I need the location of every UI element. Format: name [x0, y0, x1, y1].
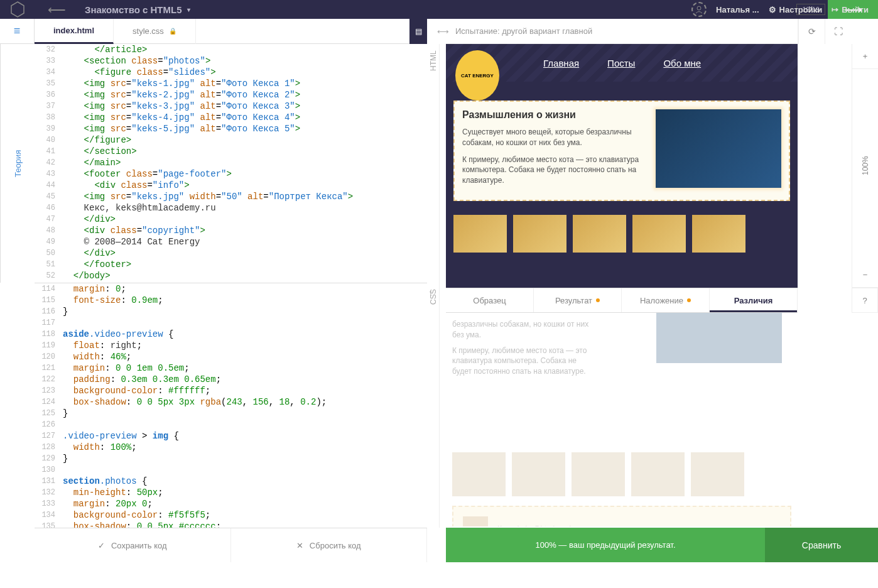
- code-content[interactable]: <div class="info">: [63, 180, 427, 191]
- code-content[interactable]: aside.video-preview {: [63, 329, 427, 340]
- code-content[interactable]: </div>: [63, 214, 427, 225]
- css-editor[interactable]: 114 margin: 0;115 font-size: 0.9em;116}1…: [35, 283, 427, 528]
- code-line[interactable]: 35 <img src="keks-1.jpg" alt="Фото Кекса…: [35, 78, 427, 89]
- code-content[interactable]: margin: 20px 0;: [63, 498, 427, 509]
- code-content[interactable]: padding: 0.3em 0.3em 0.65em;: [63, 374, 427, 385]
- app-logo[interactable]: [0, 0, 35, 19]
- code-content[interactable]: background-color: #ffffff;: [63, 385, 427, 396]
- code-line[interactable]: 122 padding: 0.3em 0.3em 0.65em;: [35, 374, 427, 385]
- code-line[interactable]: 45 <img src="keks.jpg" width="50" alt="П…: [35, 191, 427, 202]
- code-content[interactable]: margin: 0 0 1em 0.5em;: [63, 362, 427, 374]
- pane-splitter[interactable]: ⟷: [440, 19, 446, 44]
- code-line[interactable]: 118aside.video-preview {: [35, 329, 427, 340]
- back-button[interactable]: ⟵: [35, 2, 79, 17]
- code-line[interactable]: 135 box-shadow: 0 0 5px #cccccc;: [35, 521, 427, 528]
- code-line[interactable]: 43 <footer class="page-footer">: [35, 168, 427, 180]
- code-line[interactable]: 32 </article>: [35, 44, 427, 55]
- code-line[interactable]: 33 <section class="photos">: [35, 55, 427, 67]
- code-content[interactable]: <img src="keks-2.jpg" alt="Фото Кекса 2"…: [63, 89, 427, 101]
- code-content[interactable]: Кекс, keks@htmlacademy.ru: [63, 202, 427, 214]
- code-line[interactable]: 130: [35, 464, 427, 476]
- code-content[interactable]: .video-preview > img {: [63, 430, 427, 442]
- tab-index-html[interactable]: index.html: [35, 19, 114, 44]
- help-button[interactable]: ?: [852, 288, 878, 313]
- code-line[interactable]: 36 <img src="keks-2.jpg" alt="Фото Кекса…: [35, 89, 427, 101]
- code-content[interactable]: <img src="keks-5.jpg" alt="Фото Кекса 5"…: [63, 123, 427, 134]
- code-content[interactable]: margin: 0;: [63, 283, 427, 295]
- settings-link[interactable]: ⚙ Настройки: [769, 5, 823, 14]
- code-line[interactable]: 133 margin: 20px 0;: [35, 498, 427, 509]
- tab-result[interactable]: Результат: [534, 288, 622, 312]
- code-line[interactable]: 132 min-height: 50px;: [35, 487, 427, 498]
- expand-preview-button[interactable]: ⛶: [825, 19, 851, 44]
- layout-toggle-button[interactable]: ▤: [409, 19, 427, 44]
- code-content[interactable]: box-shadow: 0 0 5px 3px rgba(243, 156, 1…: [63, 396, 427, 408]
- save-button[interactable]: ✓ Сохранить код: [35, 528, 231, 562]
- code-content[interactable]: float: right;: [63, 340, 427, 351]
- code-content[interactable]: }: [63, 408, 427, 419]
- code-line[interactable]: 42 </main>: [35, 157, 427, 168]
- code-content[interactable]: box-shadow: 0 0 5px #cccccc;: [63, 521, 427, 528]
- code-line[interactable]: 117: [35, 317, 427, 329]
- code-content[interactable]: </section>: [63, 146, 427, 157]
- code-line[interactable]: 127.video-preview > img {: [35, 430, 427, 442]
- course-title[interactable]: Знакомство с HTML5 ▾: [79, 4, 197, 15]
- code-content[interactable]: <img src="keks-1.jpg" alt="Фото Кекса 1"…: [63, 78, 427, 89]
- user-name[interactable]: Наталья ...: [716, 5, 759, 14]
- code-content[interactable]: [63, 317, 427, 329]
- code-line[interactable]: 51 </footer>: [35, 259, 427, 270]
- code-line[interactable]: 119 float: right;: [35, 340, 427, 351]
- code-content[interactable]: </article>: [63, 44, 427, 55]
- code-line[interactable]: 124 box-shadow: 0 0 5px 3px rgba(243, 15…: [35, 396, 427, 408]
- code-line[interactable]: 49 © 2008—2014 Cat Energy: [35, 236, 427, 248]
- code-content[interactable]: [63, 464, 427, 476]
- code-content[interactable]: <section class="photos">: [63, 55, 427, 67]
- code-content[interactable]: width: 46%;: [63, 351, 427, 362]
- code-content[interactable]: <img src="keks-4.jpg" alt="Фото Кекса 4"…: [63, 112, 427, 123]
- code-content[interactable]: </main>: [63, 157, 427, 168]
- tab-style-css[interactable]: style.css 🔒: [114, 19, 196, 44]
- code-content[interactable]: }: [63, 453, 427, 464]
- code-content[interactable]: <footer class="page-footer">: [63, 168, 427, 180]
- code-content[interactable]: font-size: 0.9em;: [63, 295, 427, 306]
- code-line[interactable]: 131section.photos {: [35, 476, 427, 487]
- code-content[interactable]: © 2008—2014 Cat Energy: [63, 236, 427, 248]
- code-content[interactable]: </figure>: [63, 134, 427, 146]
- tab-overlay[interactable]: Наложение: [622, 288, 710, 312]
- code-line[interactable]: 128 width: 100%;: [35, 442, 427, 453]
- reset-button[interactable]: ✕ Сбросить код: [231, 528, 428, 562]
- reload-preview-button[interactable]: ⟳: [798, 19, 825, 44]
- code-content[interactable]: </body>: [63, 270, 427, 281]
- theory-tab[interactable]: Теория: [0, 44, 35, 283]
- code-line[interactable]: 123 background-color: #ffffff;: [35, 385, 427, 396]
- zoom-in-button[interactable]: +: [852, 44, 878, 69]
- code-line[interactable]: 40 </figure>: [35, 134, 427, 146]
- code-line[interactable]: 129}: [35, 453, 427, 464]
- code-line[interactable]: 121 margin: 0 0 1em 0.5em;: [35, 362, 427, 374]
- code-line[interactable]: 50 </div>: [35, 248, 427, 259]
- compare-button[interactable]: Сравнить: [765, 528, 878, 562]
- code-line[interactable]: 38 <img src="keks-4.jpg" alt="Фото Кекса…: [35, 112, 427, 123]
- code-line[interactable]: 120 width: 46%;: [35, 351, 427, 362]
- code-content[interactable]: min-height: 50px;: [63, 487, 427, 498]
- code-content[interactable]: [63, 419, 427, 430]
- code-line[interactable]: 125}: [35, 408, 427, 419]
- menu-toggle[interactable]: ≡: [0, 19, 35, 44]
- code-line[interactable]: 52 </body>: [35, 270, 427, 281]
- code-content[interactable]: width: 100%;: [63, 442, 427, 453]
- code-line[interactable]: 34 <figure class="slides">: [35, 67, 427, 78]
- code-content[interactable]: section.photos {: [63, 476, 427, 487]
- code-line[interactable]: 37 <img src="keks-3.jpg" alt="Фото Кекса…: [35, 101, 427, 112]
- code-line[interactable]: 126: [35, 419, 427, 430]
- code-line[interactable]: 134 background-color: #f5f5f5;: [35, 509, 427, 521]
- code-line[interactable]: 39 <img src="keks-5.jpg" alt="Фото Кекса…: [35, 123, 427, 134]
- code-line[interactable]: 44 <div class="info">: [35, 180, 427, 191]
- tab-sample[interactable]: Образец: [446, 288, 534, 312]
- tab-diff[interactable]: Различия: [710, 288, 798, 312]
- code-line[interactable]: 46 Кекс, keks@htmlacademy.ru: [35, 202, 427, 214]
- code-content[interactable]: <figure class="slides">: [63, 67, 427, 78]
- code-line[interactable]: 47 </div>: [35, 214, 427, 225]
- code-line[interactable]: 48 <div class="copyright">: [35, 225, 427, 236]
- code-line[interactable]: 115 font-size: 0.9em;: [35, 295, 427, 306]
- code-content[interactable]: <div class="copyright">: [63, 225, 427, 236]
